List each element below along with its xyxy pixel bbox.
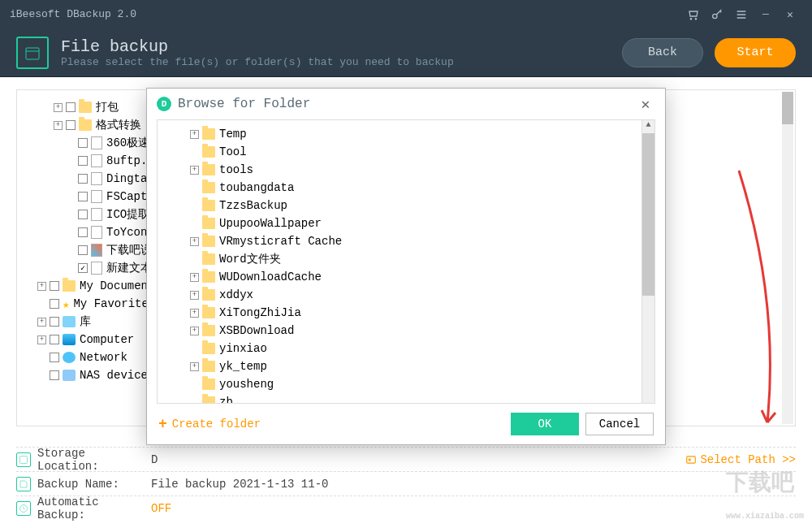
page-title: File backup [61,37,454,56]
auto-backup-value[interactable]: OFF [151,502,796,515]
expand-icon[interactable] [190,201,199,210]
dialog-tree-row[interactable]: +xddyx [166,286,646,304]
expand-icon[interactable]: + [190,273,199,282]
expand-icon[interactable]: + [54,103,63,112]
key-icon[interactable] [708,6,726,24]
expand-icon[interactable] [66,246,75,255]
dialog-tree-row[interactable]: TzzsBackup [166,197,646,214]
dialog-cancel-button[interactable]: Cancel [585,413,654,435]
checkbox[interactable] [78,245,88,255]
expand-icon[interactable] [37,371,46,380]
svg-rect-3 [26,48,39,59]
dialog-item-label: zb [219,396,233,404]
minimize-icon[interactable]: — [757,6,775,24]
dialog-tree-row[interactable]: +tools [166,161,646,179]
dialog-scrollbar-thumb[interactable] [642,133,654,296]
checkbox[interactable] [78,174,88,184]
scrollbar[interactable] [782,92,793,424]
expand-icon[interactable] [37,300,46,309]
star-icon: ★ [63,297,69,311]
expand-icon[interactable]: + [190,291,199,300]
expand-icon[interactable] [66,175,75,184]
tree-item-label: My Favorites [73,297,155,310]
dialog-tree-row[interactable]: +XiTongZhiJia [166,304,646,322]
dialog-tree-row[interactable]: +VRmysticraft Cache [166,232,646,250]
checkbox[interactable] [50,317,59,327]
dialog-tree-row[interactable]: +yk_temp [166,357,646,375]
dialog-item-label: yinxiao [219,342,267,355]
checkbox[interactable] [78,192,88,201]
expand-icon[interactable]: + [190,362,199,371]
checkbox[interactable] [78,156,88,166]
file-icon [91,226,102,239]
create-folder-link[interactable]: + Create folder [158,416,261,432]
dialog-tree-row[interactable]: yinxiao [166,340,646,357]
computer-icon [63,334,76,345]
dialog-tree-row[interactable]: UpupooWallpaper [166,214,646,232]
checkbox[interactable] [78,138,88,148]
checkbox[interactable] [50,281,59,291]
dialog-tree-row[interactable]: +WUDownloadCache [166,268,646,286]
expand-icon[interactable]: + [54,121,63,130]
dialog-item-label: tools [219,163,253,176]
expand-icon[interactable] [190,344,199,353]
expand-icon[interactable] [190,255,199,264]
dialog-scrollbar[interactable]: ▲ [641,120,654,403]
expand-icon[interactable] [190,219,199,228]
backup-name-value[interactable]: File backup 2021-1-13 11-0 [151,478,796,491]
dialog-app-icon: D [157,97,171,111]
expand-icon[interactable] [66,157,75,166]
expand-icon[interactable] [190,184,199,193]
checkbox[interactable] [66,102,76,112]
select-path-link[interactable]: Select Path >> [685,453,796,466]
backup-name-icon [16,477,31,491]
expand-icon[interactable] [190,380,199,389]
storage-value: D [151,453,685,466]
file-icon [91,208,102,221]
dialog-tree-row[interactable]: Tool [166,143,646,161]
expand-icon[interactable]: + [190,309,199,318]
checkbox[interactable] [66,120,76,130]
dialog-tree-row[interactable]: zb [166,393,646,404]
dialog-tree-row[interactable]: Word文件夹 [166,250,646,268]
expand-icon[interactable]: + [190,166,199,175]
checkbox[interactable] [50,370,59,380]
expand-icon[interactable]: + [37,282,46,291]
expand-icon[interactable] [66,264,75,273]
scrollbar-thumb[interactable] [782,92,793,124]
checkbox[interactable]: ✓ [78,263,88,273]
dialog-close-icon[interactable]: ✕ [636,95,655,113]
expand-icon[interactable] [66,210,75,219]
expand-icon[interactable] [66,139,75,148]
folder-icon [79,119,92,131]
dialog-tree-row[interactable]: +Temp [166,125,646,143]
expand-icon[interactable] [66,228,75,237]
expand-icon[interactable] [190,148,199,157]
expand-icon[interactable]: + [190,327,199,335]
checkbox[interactable] [78,227,88,237]
expand-icon[interactable]: + [190,130,199,139]
close-icon[interactable]: ✕ [781,6,799,24]
dialog-ok-button[interactable]: OK [511,413,579,435]
expand-icon[interactable]: + [37,335,46,344]
checkbox[interactable] [78,210,88,219]
menu-icon[interactable] [732,6,750,24]
expand-icon[interactable] [66,193,75,201]
cart-icon[interactable] [684,6,702,24]
checkbox[interactable] [50,299,59,309]
expand-icon[interactable] [190,398,199,405]
dialog-tree-row[interactable]: +XSBDownload [166,322,646,340]
checkbox[interactable] [50,353,59,362]
dialog-tree-row[interactable]: yousheng [166,375,646,393]
dialog-tree-row[interactable]: toubangdata [166,179,646,197]
expand-icon[interactable]: + [37,318,46,327]
expand-icon[interactable]: + [190,237,199,246]
scroll-up-icon[interactable]: ▲ [642,120,654,133]
folder-icon [202,182,215,193]
expand-icon[interactable] [37,353,46,362]
start-button[interactable]: Start [715,38,796,67]
network-icon [63,352,76,363]
checkbox[interactable] [50,335,59,344]
svg-point-0 [690,18,691,19]
back-button[interactable]: Back [622,38,703,67]
